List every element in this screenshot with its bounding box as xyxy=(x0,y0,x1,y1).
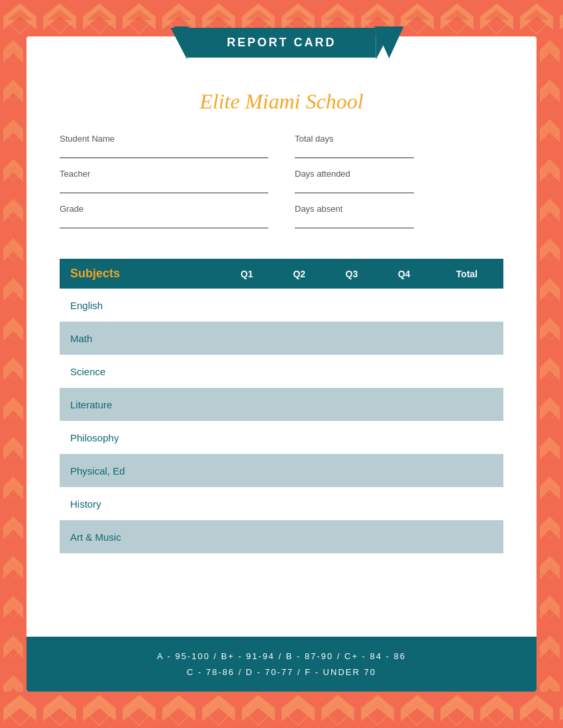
teacher-label: Teacher xyxy=(60,169,268,179)
teacher-field: Teacher xyxy=(60,169,268,193)
q1-cell xyxy=(221,454,273,487)
q1-cell xyxy=(221,322,273,355)
q4-header: Q4 xyxy=(378,259,430,289)
grading-scale-line1: A - 95-100 / B+ - 91-94 / B - 87-90 / C+… xyxy=(40,649,523,664)
school-name: Elite Miami School xyxy=(60,89,503,114)
q4-cell xyxy=(378,355,430,388)
banner-label: REPORT CARD xyxy=(227,36,336,49)
q3-cell xyxy=(325,388,378,421)
total-cell xyxy=(431,388,503,421)
total-cell xyxy=(431,421,503,454)
table-header-row: Subjects Q1 Q2 Q3 Q4 Total xyxy=(60,259,503,289)
total-cell xyxy=(431,520,503,553)
q3-cell xyxy=(325,487,378,520)
svg-rect-12 xyxy=(0,36,26,692)
total-cell xyxy=(431,355,503,388)
q2-cell xyxy=(273,322,325,355)
q1-cell xyxy=(221,355,273,388)
total-days-label: Total days xyxy=(295,134,503,144)
subject-cell: English xyxy=(60,289,221,322)
days-attended-line xyxy=(295,181,414,193)
q4-cell xyxy=(378,388,430,421)
q3-cell xyxy=(325,520,378,553)
table-row: Math xyxy=(60,322,503,355)
days-attended-label: Days attended xyxy=(295,169,503,179)
grade-line xyxy=(60,216,268,228)
bottom-border-pattern xyxy=(0,692,563,728)
subject-cell: Literature xyxy=(60,388,221,421)
subject-cell: Art & Music xyxy=(60,520,221,553)
subject-cell: Philosophy xyxy=(60,421,221,454)
total-days-line xyxy=(295,146,414,158)
days-absent-field: Days absent xyxy=(295,204,503,228)
q4-cell xyxy=(378,487,430,520)
grade-field: Grade xyxy=(60,204,268,228)
table-row: Literature xyxy=(60,388,503,421)
q1-header: Q1 xyxy=(221,259,273,289)
total-cell xyxy=(431,289,503,322)
total-days-field: Total days xyxy=(295,134,503,158)
svg-rect-13 xyxy=(537,36,563,692)
q2-cell xyxy=(273,487,325,520)
student-name-line xyxy=(60,146,268,158)
q2-cell xyxy=(273,454,325,487)
grades-table: Subjects Q1 Q2 Q3 Q4 Total EnglishMathSc… xyxy=(60,259,503,553)
subject-cell: History xyxy=(60,487,221,520)
teacher-line xyxy=(60,181,268,193)
days-absent-line xyxy=(295,216,414,228)
table-row: English xyxy=(60,289,503,322)
q4-cell xyxy=(378,322,430,355)
q4-cell xyxy=(378,421,430,454)
grade-label: Grade xyxy=(60,204,268,214)
q4-cell xyxy=(378,520,430,553)
student-name-field: Student Name xyxy=(60,134,268,158)
q1-cell xyxy=(221,289,273,322)
q3-header: Q3 xyxy=(325,259,378,289)
q3-cell xyxy=(325,454,378,487)
total-header: Total xyxy=(431,259,503,289)
right-border-pattern xyxy=(537,36,563,692)
subject-cell: Physical, Ed xyxy=(60,454,221,487)
days-attended-field: Days attended xyxy=(295,169,503,193)
total-cell xyxy=(431,322,503,355)
student-name-label: Student Name xyxy=(60,134,268,144)
total-cell xyxy=(431,487,503,520)
report-card: Elite Miami School Student Name Teacher … xyxy=(26,36,537,692)
q3-cell xyxy=(325,289,378,322)
banner-wrap: REPORT CARD xyxy=(159,26,403,58)
table-row: Physical, Ed xyxy=(60,454,503,487)
q2-cell xyxy=(273,355,325,388)
total-cell xyxy=(431,454,503,487)
grading-scale-line2: C - 78-86 / D - 70-77 / F - UNDER 70 xyxy=(40,664,523,680)
footer-scale: A - 95-100 / B+ - 91-94 / B - 87-90 / C+… xyxy=(26,637,537,692)
table-row: Science xyxy=(60,355,503,388)
info-section: Student Name Teacher Grade Total days xyxy=(60,134,503,239)
subject-cell: Science xyxy=(60,355,221,388)
banner: REPORT CARD xyxy=(187,28,376,58)
q2-header: Q2 xyxy=(273,259,325,289)
q1-cell xyxy=(221,388,273,421)
info-right: Total days Days attended Days absent xyxy=(295,134,503,239)
left-border-pattern xyxy=(0,36,26,692)
table-row: Philosophy xyxy=(60,421,503,454)
subject-cell: Math xyxy=(60,322,221,355)
grading-scale: A - 95-100 / B+ - 91-94 / B - 87-90 / C+… xyxy=(26,637,537,692)
q3-cell xyxy=(325,355,378,388)
q2-cell xyxy=(273,520,325,553)
q3-cell xyxy=(325,322,378,355)
q2-cell xyxy=(273,289,325,322)
q1-cell xyxy=(221,520,273,553)
q2-cell xyxy=(273,421,325,454)
subjects-header: Subjects xyxy=(60,259,221,289)
table-row: Art & Music xyxy=(60,520,503,553)
info-left: Student Name Teacher Grade xyxy=(60,134,268,239)
days-absent-label: Days absent xyxy=(295,204,503,214)
svg-rect-8 xyxy=(0,692,563,728)
q1-cell xyxy=(221,487,273,520)
q4-cell xyxy=(378,289,430,322)
q3-cell xyxy=(325,421,378,454)
q2-cell xyxy=(273,388,325,421)
table-row: History xyxy=(60,487,503,520)
q4-cell xyxy=(378,454,430,487)
q1-cell xyxy=(221,421,273,454)
